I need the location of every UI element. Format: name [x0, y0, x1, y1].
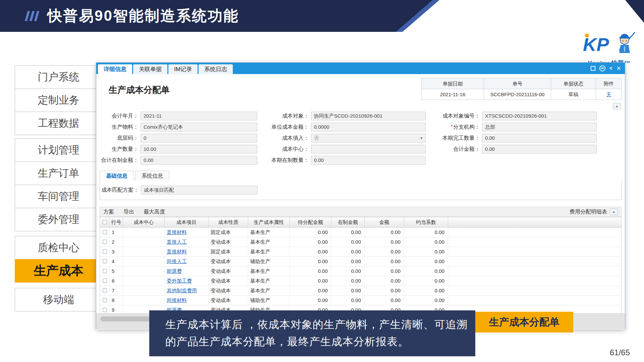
title-bars-icon [26, 11, 38, 21]
cost-center-cell [123, 247, 165, 256]
field-label: 成本匹配方案： [100, 187, 141, 194]
pending-amount-cell: 0.00 [290, 296, 331, 305]
cost-nature-cell: 变动成本 [209, 237, 248, 247]
toolbar-menu-item[interactable]: 导出 [123, 208, 134, 216]
cost-item-link[interactable]: 其他制造费用 [167, 288, 197, 293]
attachment-link[interactable]: 无 [606, 92, 611, 97]
amount-cell: 0.00 [365, 237, 404, 247]
row-checkbox[interactable] [103, 308, 107, 312]
row-filler [448, 296, 621, 305]
app-tab[interactable]: 详细信息 [98, 64, 132, 74]
subtab[interactable]: 基础信息 [100, 171, 134, 181]
field-label: 底层码： [100, 135, 141, 142]
cost-fill-select[interactable]: 否 ▼ [311, 134, 426, 142]
pending-amount-cell: 0.00 [290, 276, 331, 286]
table-row[interactable]: 6 委外加工费 变动成本 基本生产 0.00 0.00 0.00 0.00 [100, 276, 621, 286]
cost-allocation-table: 行号 成本中心 成本项目 成本性质 生产成本属性 待分配金额 在制金额 金额 约… [100, 217, 622, 315]
table-row[interactable]: 2 直接人工 变动成本 基本生产 0.00 0.00 0.00 0.00 [100, 237, 621, 247]
table-row[interactable]: 7 其他制造费用 变动成本 基本生产 0.00 0.00 0.00 0.00 [100, 286, 621, 296]
row-checkbox[interactable] [103, 240, 107, 244]
page-number: 61/65 [610, 348, 630, 357]
cost-item-link[interactable]: 直接材料 [167, 229, 187, 235]
table-row[interactable]: 5 能源费 变动成本 基本生产 0.00 0.00 0.00 0.00 [100, 266, 621, 276]
close-icon[interactable]: × [616, 65, 621, 71]
cost-item-link[interactable]: 间接人工 [167, 258, 187, 264]
share-icon[interactable]: < [609, 65, 612, 71]
low-level-code-input[interactable]: 0 [141, 134, 257, 142]
grid-collapse-button[interactable]: ▲ [610, 208, 618, 215]
row-checkbox[interactable] [103, 298, 107, 302]
amount-cell: 0.00 [365, 296, 404, 305]
row-checkbox[interactable] [103, 249, 107, 254]
col-cost-center: 成本中心 [123, 217, 165, 227]
sidebar-item[interactable]: 委外管理 [15, 208, 102, 231]
toolbar-menu-item[interactable]: 最大高度 [144, 208, 165, 216]
row-checkbox[interactable] [103, 230, 107, 234]
form-column-3: 成本对象编号： XTSCSCDD-20210926-001 *分支机构： 总部 … [432, 112, 597, 156]
production-material-input[interactable]: Comix齐心笔记本 [141, 123, 257, 131]
table-row[interactable]: 4 间接人工 变动成本 辅助生产 0.00 0.00 0.00 0.00 [100, 257, 621, 266]
sidebar-item[interactable]: 车间管理 [15, 185, 102, 208]
row-checkbox[interactable] [103, 288, 107, 293]
sidebar-item[interactable]: 质检中心 [15, 236, 102, 259]
form-column-1: 会计年月： 2021-11 生产物料： Comix齐心笔记本 底层码： 0 生产… [100, 112, 257, 167]
row-checkbox[interactable] [103, 269, 107, 273]
field-label: 生产物料： [100, 124, 141, 131]
sidebar-item[interactable]: 门户系统 [15, 65, 102, 89]
sidebar-item[interactable]: 计划管理 [15, 138, 102, 162]
sidebar-item[interactable]: 生产成本 [15, 259, 102, 283]
toolbar-menu-item[interactable]: 方案 [103, 208, 114, 216]
field-period-wip-qty: 本期在制数量： 0.00 [264, 156, 426, 165]
im-icon[interactable]: IM [599, 65, 605, 71]
logo-mascot-icon: KP [582, 31, 636, 57]
table-row[interactable]: 8 间接材料 变动成本 辅助生产 0.00 0.00 0.00 0.00 [100, 296, 621, 305]
coefficient-cell: 0.00 [404, 296, 448, 305]
collapse-panel-button[interactable]: ▲ [613, 103, 621, 110]
period-wip-qty-input[interactable]: 0.00 [311, 156, 426, 165]
field-label: *分支机构： [432, 124, 482, 131]
cost-object-input[interactable]: 协同生产SCDD-20210926-001 [311, 112, 426, 120]
accounting-period-input[interactable]: 2021-11 [141, 112, 257, 120]
sidebar-item[interactable]: 生产订单 [15, 162, 102, 185]
app-tab[interactable]: 关联单据 [133, 64, 167, 74]
total-amount-input[interactable]: 0.00 [482, 145, 597, 154]
coefficient-cell: 0.00 [404, 276, 448, 286]
expand-icon[interactable] [591, 66, 595, 71]
app-tab[interactable]: IM记录 [168, 64, 198, 74]
row-checkbox[interactable] [103, 259, 107, 263]
header-checkbox[interactable] [103, 220, 107, 224]
cost-center-input[interactable] [311, 145, 426, 154]
cost-nature-cell: 变动成本 [209, 257, 248, 266]
subtab[interactable]: 系统信息 [135, 171, 169, 181]
sidebar-item[interactable]: 定制业务 [15, 88, 102, 112]
table-row[interactable]: 3 直接材料 固定成本 基本生产 0.00 0.00 0.00 0.00 [100, 247, 621, 257]
field-label: 本期在制数量： [264, 157, 311, 164]
production-qty-input[interactable]: 10.00 [141, 145, 257, 154]
amount-cell: 0.00 [365, 266, 404, 276]
unit-cost-amount-input[interactable]: 0.0000 [311, 123, 426, 131]
form-column-2: 成本对象： 协同生产SCDD-20210926-001 单位成本金额： 0.00… [264, 112, 426, 167]
total-wip-amount-input[interactable]: 0.00 [141, 156, 257, 165]
cost-match-plan-input[interactable]: 成本项目匹配 [141, 186, 258, 194]
cost-item-link[interactable]: 委外加工费 [167, 278, 192, 284]
cost-item-link[interactable]: 间接材料 [167, 297, 187, 303]
expense-detail-report-link[interactable]: 费用分配明细表 [570, 208, 607, 216]
field-branch: *分支机构： 总部 [432, 123, 597, 131]
cost-item-link[interactable]: 直接材料 [167, 249, 187, 254]
cost-item-link[interactable]: 直接人工 [167, 239, 187, 245]
branch-input[interactable]: 总部 [482, 123, 597, 131]
cost-center-cell [123, 228, 165, 237]
sidebar-item[interactable]: 移动端 [15, 288, 102, 311]
cost-item-link[interactable]: 能源费 [167, 268, 182, 274]
row-no-cell: 7 [110, 286, 123, 295]
app-tab[interactable]: 系统日志 [199, 64, 233, 74]
cost-object-no-input[interactable]: XTSCSCDD-20210926-001 [482, 112, 597, 120]
pending-amount-cell: 0.00 [290, 247, 331, 256]
table-row[interactable]: 1 直接材料 固定成本 基本生产 0.00 0.00 0.00 0.00 [100, 228, 621, 237]
period-finished-qty-input[interactable]: 0.00 [482, 134, 597, 142]
row-checkbox[interactable] [103, 279, 107, 283]
row-no-cell: 3 [110, 247, 123, 256]
row-filler [448, 237, 621, 247]
cost-nature-cell: 变动成本 [209, 296, 248, 305]
sidebar-item[interactable]: 工程数据 [15, 112, 102, 135]
